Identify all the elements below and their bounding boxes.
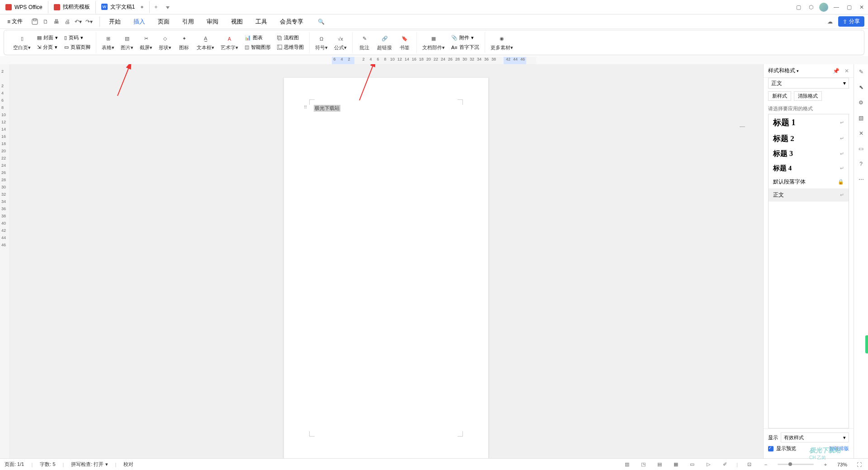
view-page-icon[interactable]: ◳ [639, 460, 648, 469]
new-style-button[interactable]: 新样式 [768, 91, 791, 101]
tab-start[interactable]: 开始 [104, 15, 126, 28]
mindmap-button[interactable]: ⿺ 思维导图 [275, 43, 306, 52]
table-button[interactable]: ⊞表格▾ [100, 33, 116, 52]
wordart-button[interactable]: A艺术字▾ [219, 33, 240, 52]
zoom-in-icon[interactable]: + [821, 460, 830, 469]
document-page[interactable]: ⠿ 极光下载站 [284, 78, 488, 458]
comment-icon[interactable]: ✐ [720, 460, 729, 469]
edit-icon[interactable]: ✎ [856, 67, 866, 77]
clear-format-button[interactable]: 清除格式 [794, 91, 822, 101]
attach-button[interactable]: 📎 附件▾ [449, 33, 481, 42]
headerfooter-button[interactable]: ▭ 页眉页脚 [62, 43, 92, 52]
cube-icon[interactable]: ⬡ [805, 1, 817, 14]
close-button[interactable]: ✕ [855, 1, 868, 14]
view-continuous-icon[interactable]: ▥ [623, 460, 632, 469]
help-icon[interactable]: ? [856, 159, 866, 169]
icon-button[interactable]: ✦图标 [176, 33, 192, 52]
fit-icon[interactable]: ⊡ [745, 460, 754, 469]
textbox-button[interactable]: A̲文本框▾ [195, 33, 216, 52]
minimize-button[interactable]: — [830, 1, 843, 14]
show-select[interactable]: 有效样式 ▾ [781, 432, 849, 442]
style-item-h1[interactable]: 标题 1↵ [769, 114, 849, 131]
spellcheck-status[interactable]: 拼写检查: 打开 ▾ [71, 461, 108, 468]
share-button[interactable]: ⇪ 分享 [838, 16, 864, 27]
style-item-h3[interactable]: 标题 3↵ [769, 146, 849, 161]
file-menu[interactable]: ≡ 文件 [4, 18, 26, 25]
chart-button[interactable]: 📊 图表 [243, 33, 273, 42]
style-item-h2[interactable]: 标题 2↵ [769, 131, 849, 146]
tab-member[interactable]: 会员专享 [274, 15, 309, 28]
current-style-select[interactable]: 正文 ▾ [768, 78, 849, 89]
tab-review[interactable]: 审阅 [201, 15, 224, 28]
more-resources-button[interactable]: ◉更多素材▾ [489, 33, 515, 52]
formula-button[interactable]: √x公式▾ [332, 33, 349, 52]
scrollbar-thumb[interactable] [865, 335, 868, 353]
hyperlink-button[interactable]: 🔗超链接 [375, 33, 394, 52]
tab-reference[interactable]: 引用 [177, 15, 199, 28]
proof-status[interactable]: 校对 [123, 461, 133, 468]
screenshot-button[interactable]: ✂截屏▾ [138, 33, 154, 52]
view-web-icon[interactable]: ▦ [671, 460, 680, 469]
ruler-vertical[interactable]: 2 2 4 6 8 10 12 14 16 18 20 22 24 26 28 … [0, 64, 9, 458]
book-icon[interactable]: ▭ [856, 144, 866, 154]
settings-icon[interactable]: ⚙ [856, 98, 866, 108]
collapse-panel-icon[interactable]: — [739, 123, 746, 130]
tab-tools[interactable]: 工具 [250, 15, 273, 28]
tab-template[interactable]: 找稻壳模板 [48, 1, 96, 14]
document-text[interactable]: 极光下载站 [314, 105, 340, 112]
save-icon[interactable] [30, 17, 40, 27]
comment-button[interactable]: ✎批注 [356, 33, 373, 52]
more-icon[interactable]: ⋯ [856, 174, 866, 184]
tab-close-icon[interactable]: ● [140, 4, 143, 10]
style-item-body[interactable]: 正文↵ [769, 188, 849, 202]
word-count[interactable]: 字数: 5 [40, 461, 55, 468]
view-outline-icon[interactable]: ▤ [655, 460, 664, 469]
cloud-icon[interactable]: ☁ [826, 17, 835, 26]
preview-checkbox[interactable] [768, 446, 774, 451]
print-preview-icon[interactable]: 🗋 [41, 17, 51, 27]
drag-handle-icon[interactable]: ⠿ [304, 105, 307, 110]
print-setup-icon[interactable]: 🖨 [62, 17, 72, 27]
style-item-h4[interactable]: 标题 4↵ [769, 161, 849, 175]
select-icon[interactable]: ⬉ [856, 82, 866, 92]
tab-insert[interactable]: 插入 [128, 15, 151, 28]
style-item-default-para[interactable]: 默认段落字体🔒 [769, 175, 849, 188]
bookmark-button[interactable]: 🔖书签 [396, 33, 413, 52]
page-indicator[interactable]: 页面: 1/1 [5, 461, 24, 468]
smartart-button[interactable]: ◫ 智能图形 [243, 43, 273, 52]
pin-icon[interactable]: 📌 [833, 68, 840, 74]
symbol-button[interactable]: Ω符号▾ [313, 33, 330, 52]
view-reading-icon[interactable]: ▭ [688, 460, 697, 469]
section-button[interactable]: ⇲ 分页▾ [35, 43, 60, 52]
cover-button[interactable]: ▤ 封面▾ [35, 33, 60, 42]
zoom-out-icon[interactable]: − [761, 460, 770, 469]
blank-page-button[interactable]: ▯空白页▾ [11, 33, 33, 52]
new-tab-button[interactable]: ＋ [150, 3, 162, 11]
print-icon[interactable]: 🖶 [52, 17, 61, 27]
shape-button[interactable]: ◇形状▾ [157, 33, 173, 52]
tools-icon[interactable]: ✕ [856, 128, 866, 138]
image-icon[interactable]: ▧ [856, 113, 866, 123]
tab-document[interactable]: W 文字文稿1 ● [96, 1, 150, 14]
redo-icon[interactable]: ↷▾ [84, 17, 94, 27]
smart-layout-link[interactable]: 智能排版 [829, 445, 849, 452]
tab-wps-office[interactable]: WPS Office [0, 1, 48, 14]
layout-icon[interactable]: ▢ [792, 1, 805, 14]
close-panel-icon[interactable]: ✕ [844, 68, 849, 74]
tab-page[interactable]: 页面 [152, 15, 175, 28]
zoom-slider[interactable] [778, 464, 814, 465]
tab-view[interactable]: 视图 [226, 15, 248, 28]
tab-menu-button[interactable] [162, 4, 173, 10]
dropcap-button[interactable]: A≡ 首字下沉 [449, 43, 481, 52]
docparts-button[interactable]: ▦文档部件▾ [420, 33, 447, 52]
search-icon[interactable]: 🔍 [316, 17, 326, 27]
expand-icon[interactable]: ⛶ [854, 460, 863, 469]
zoom-value[interactable]: 73% [837, 462, 847, 467]
play-icon[interactable]: ▷ [704, 460, 713, 469]
pagenum-button[interactable]: ▯ 页码▾ [62, 33, 92, 42]
avatar[interactable] [817, 1, 830, 14]
flowchart-button[interactable]: ⿻ 流程图 [275, 33, 306, 42]
undo-icon[interactable]: ↶▾ [73, 17, 83, 27]
maximize-button[interactable]: ▢ [843, 1, 855, 14]
picture-button[interactable]: ▧图片▾ [119, 33, 135, 52]
